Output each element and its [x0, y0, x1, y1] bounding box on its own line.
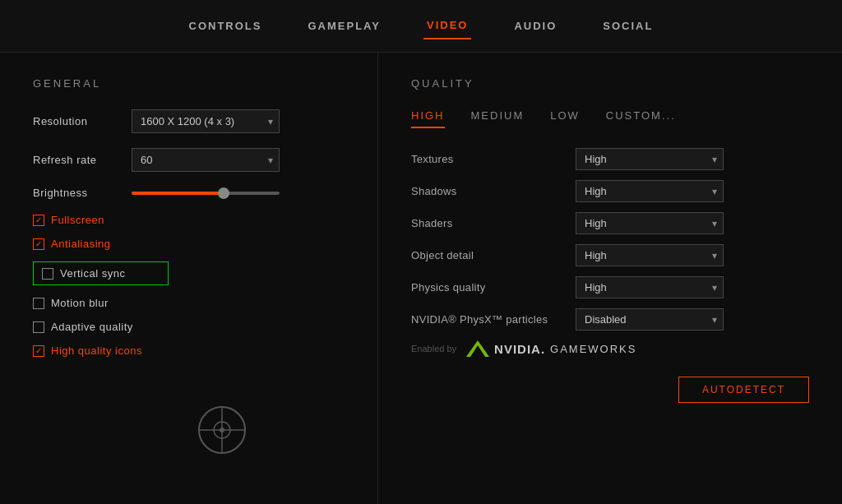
vertical-sync-highlighted-row[interactable]: Vertical sync — [33, 261, 169, 285]
object-detail-select-wrapper: HighMediumLow — [576, 244, 724, 266]
main-content: GENERAL Resolution 1600 X 1200 (4 x 3) 1… — [0, 53, 842, 504]
nav-controls[interactable]: CONTROLS — [186, 13, 266, 39]
fullscreen-row[interactable]: Fullscreen — [33, 214, 345, 226]
brightness-thumb — [218, 187, 229, 199]
shaders-select[interactable]: HighMediumLow — [576, 212, 724, 234]
brightness-row: Brightness — [33, 187, 345, 199]
shaders-select-wrapper: HighMediumLow — [576, 212, 724, 234]
shadows-select-wrapper: HighMediumLow — [576, 180, 724, 202]
high-quality-icons-row[interactable]: High quality icons — [33, 344, 345, 357]
shaders-label: Shaders — [411, 217, 576, 229]
tab-medium[interactable]: MEDIUM — [471, 109, 525, 128]
refresh-rate-select[interactable]: 60 75 120 144 — [132, 148, 280, 172]
shadows-label: Shadows — [411, 185, 576, 197]
resolution-select[interactable]: 1600 X 1200 (4 x 3) 1920 X 1080 (16 x 9)… — [132, 109, 280, 133]
textures-row: Textures HighMediumLow — [411, 148, 809, 170]
nav-audio[interactable]: AUDIO — [511, 13, 560, 39]
autodetect-button[interactable]: AUTODETECT — [678, 377, 809, 403]
brightness-label: Brightness — [33, 187, 132, 199]
motion-blur-checkbox[interactable] — [33, 298, 44, 309]
textures-select-wrapper: HighMediumLow — [576, 148, 724, 170]
general-section-title: GENERAL — [33, 77, 345, 90]
top-navigation: CONTROLS GAMEPLAY VIDEO AUDIO SOCIAL — [0, 0, 842, 53]
physics-quality-select-wrapper: HighMediumLow — [576, 276, 724, 298]
brightness-slider[interactable] — [132, 192, 280, 195]
resolution-row: Resolution 1600 X 1200 (4 x 3) 1920 X 10… — [33, 109, 345, 133]
tab-custom[interactable]: CUSTOM... — [606, 109, 676, 128]
shadows-select[interactable]: HighMediumLow — [576, 180, 724, 202]
quality-tabs: HIGH MEDIUM LOW CUSTOM... — [411, 109, 809, 128]
high-quality-icons-checkbox[interactable] — [33, 345, 44, 357]
resolution-select-wrapper: 1600 X 1200 (4 x 3) 1920 X 1080 (16 x 9)… — [132, 109, 280, 133]
antialiasing-label: Antialiasing — [51, 238, 111, 250]
nvidia-sub-text: GAMEWORKS — [550, 343, 636, 355]
enabled-by-label: Enabled by — [411, 344, 456, 354]
physx-particles-label: NVIDIA® PhysX™ particles — [411, 313, 576, 326]
physx-particles-row: NVIDIA® PhysX™ particles DisabledLowMedi… — [411, 308, 809, 331]
antialiasing-row[interactable]: Antialiasing — [33, 238, 345, 250]
object-detail-label: Object detail — [411, 249, 576, 261]
physx-particles-select[interactable]: DisabledLowMediumHigh — [576, 308, 724, 331]
refresh-rate-row: Refresh rate 60 75 120 144 — [33, 148, 345, 172]
physics-quality-select[interactable]: HighMediumLow — [576, 276, 724, 298]
nav-social[interactable]: SOCIAL — [599, 13, 656, 39]
nvidia-section: Enabled by NVIDIA. GAMEWORKS — [411, 340, 809, 357]
fullscreen-checkbox[interactable] — [33, 215, 44, 226]
vertical-sync-checkbox[interactable] — [42, 268, 53, 280]
textures-select[interactable]: HighMediumLow — [576, 148, 724, 170]
motion-blur-label: Motion blur — [51, 297, 109, 309]
high-quality-icons-label: High quality icons — [51, 344, 142, 357]
physics-quality-label: Physics quality — [411, 281, 576, 294]
nav-video[interactable]: VIDEO — [423, 12, 471, 39]
svg-point-4 — [220, 428, 224, 432]
crosshair-icon — [197, 405, 247, 455]
nav-gameplay[interactable]: GAMEPLAY — [304, 13, 383, 39]
physics-quality-row: Physics quality HighMediumLow — [411, 276, 809, 298]
tab-low[interactable]: LOW — [550, 109, 580, 128]
quality-section-title: QUALITY — [411, 77, 809, 90]
nvidia-brand-text: NVIDIA. — [494, 342, 545, 356]
object-detail-row: Object detail HighMediumLow — [411, 244, 809, 266]
general-panel: GENERAL Resolution 1600 X 1200 (4 x 3) 1… — [0, 53, 378, 504]
object-detail-select[interactable]: HighMediumLow — [576, 244, 724, 266]
refresh-rate-label: Refresh rate — [33, 154, 132, 166]
adaptive-quality-row[interactable]: Adaptive quality — [33, 321, 345, 333]
fullscreen-label: Fullscreen — [51, 214, 104, 226]
adaptive-quality-checkbox[interactable] — [33, 321, 44, 333]
antialiasing-checkbox[interactable] — [33, 238, 44, 250]
shaders-row: Shaders HighMediumLow — [411, 212, 809, 234]
vertical-sync-label: Vertical sync — [60, 267, 125, 280]
adaptive-quality-label: Adaptive quality — [51, 321, 133, 333]
nvidia-logo: NVIDIA. GAMEWORKS — [466, 340, 636, 357]
refresh-rate-select-wrapper: 60 75 120 144 — [132, 148, 280, 172]
physx-particles-select-wrapper: DisabledLowMediumHigh — [576, 308, 724, 331]
nvidia-icon — [466, 340, 489, 357]
shadows-row: Shadows HighMediumLow — [411, 180, 809, 202]
brightness-track — [132, 192, 280, 195]
motion-blur-row[interactable]: Motion blur — [33, 297, 345, 309]
textures-label: Textures — [411, 153, 576, 165]
resolution-label: Resolution — [33, 115, 132, 127]
tab-high[interactable]: HIGH — [411, 109, 445, 128]
quality-panel: QUALITY HIGH MEDIUM LOW CUSTOM... Textur… — [378, 53, 842, 504]
